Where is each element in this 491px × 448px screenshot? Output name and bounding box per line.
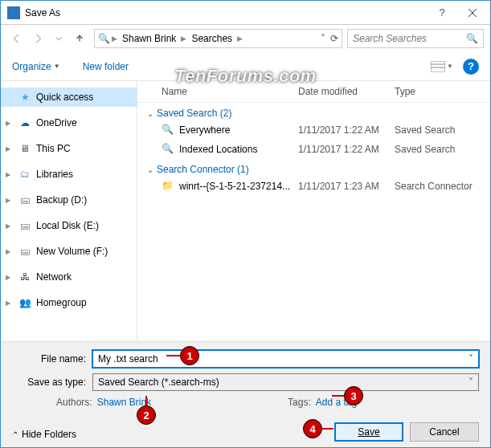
sidebar-item-quick-access[interactable]: ★ Quick access xyxy=(1,88,137,107)
sidebar-item-homegroup[interactable]: ▶👥Homegroup xyxy=(1,293,137,312)
chevron-right-icon[interactable]: ▶ xyxy=(6,274,10,281)
star-icon: ★ xyxy=(18,91,31,104)
search-root-icon: 🔍 xyxy=(98,33,110,44)
filename-label: File name: xyxy=(12,353,92,365)
drive-icon: 🖴 xyxy=(18,219,31,232)
sidebar-item-network[interactable]: ▶🖧Network xyxy=(1,267,137,287)
chevron-right-icon[interactable]: ▶ xyxy=(6,299,10,307)
dropdown-icon[interactable]: ˅ xyxy=(468,353,473,365)
titlebar: Save As ? xyxy=(1,1,490,25)
col-name[interactable]: Name xyxy=(162,86,298,97)
main-area: ★ Quick access ▶☁OneDrive ▶🖥This PC ▶🗂Li… xyxy=(1,81,490,341)
hide-folders-button[interactable]: ⌃ Hide Folders xyxy=(12,429,76,440)
recent-locations-button[interactable] xyxy=(49,29,68,48)
cancel-button[interactable]: Cancel xyxy=(410,422,479,442)
chevron-right-icon[interactable]: ▶ xyxy=(235,35,244,43)
callout-line xyxy=(166,355,180,356)
filename-input[interactable] xyxy=(98,353,468,365)
authors-label: Authors: xyxy=(56,397,92,408)
address-dropdown-icon[interactable]: ˅ xyxy=(321,33,325,44)
callout-2: 2 xyxy=(137,405,156,425)
group-header[interactable]: ⌄Search Connector (1) xyxy=(137,159,490,177)
sidebar-label: OneDrive xyxy=(36,117,77,128)
saveastype-value: Saved Search (*.search-ms) xyxy=(98,377,468,388)
sidebar-item-local-e[interactable]: ▶🖴Local Disk (E:) xyxy=(1,216,137,235)
help-icon[interactable]: ? xyxy=(463,59,479,75)
chevron-right-icon[interactable]: ▶ xyxy=(179,35,188,43)
filename-field[interactable]: ˅ xyxy=(92,350,479,368)
sidebar-item-libraries[interactable]: ▶🗂Libraries xyxy=(1,165,137,184)
callout-line xyxy=(321,428,333,430)
window-title: Save As xyxy=(25,7,430,18)
drive-icon: 🖴 xyxy=(18,193,31,206)
chevron-right-icon[interactable]: ▶ xyxy=(6,145,10,153)
sidebar-label: Homegroup xyxy=(36,297,87,308)
list-item[interactable]: 🔍Indexed Locations 1/11/2017 1:22 AM Sav… xyxy=(137,140,490,159)
toolbar: Organize▼ New folder ▼ ? xyxy=(1,52,490,81)
sidebar-item-backup-d[interactable]: ▶🖴Backup (D:) xyxy=(1,190,137,210)
sidebar-item-this-pc[interactable]: ▶🖥This PC xyxy=(1,139,137,158)
search-box[interactable]: 🔍 xyxy=(347,29,484,48)
organize-button[interactable]: Organize▼ xyxy=(12,61,60,72)
saved-search-icon: 🔍 xyxy=(162,143,174,156)
folder-search-icon: 📁 xyxy=(162,180,174,193)
drive-icon: 🖴 xyxy=(18,245,31,258)
sidebar-label: This PC xyxy=(36,143,71,154)
help-button[interactable]: ? xyxy=(430,6,454,18)
refresh-icon[interactable]: ⟳ xyxy=(330,33,338,44)
group-header[interactable]: ⌄Saved Search (2) xyxy=(137,103,490,120)
col-date[interactable]: Date modified xyxy=(298,86,395,97)
new-folder-button[interactable]: New folder xyxy=(83,61,129,72)
breadcrumb-seg-1[interactable]: Searches xyxy=(188,33,235,44)
chevron-right-icon[interactable]: ▶ xyxy=(110,35,119,43)
chevron-up-icon: ⌃ xyxy=(12,430,18,439)
forward-button[interactable] xyxy=(28,29,47,48)
saved-search-icon: 🔍 xyxy=(162,124,174,136)
sidebar-item-new-vol-f[interactable]: ▶🖴New Volume (F:) xyxy=(1,242,137,261)
sidebar: ★ Quick access ▶☁OneDrive ▶🖥This PC ▶🗂Li… xyxy=(1,81,137,341)
sidebar-label: Libraries xyxy=(36,169,73,180)
chevron-down-icon[interactable]: ⌄ xyxy=(147,109,153,118)
callout-3: 3 xyxy=(344,386,363,405)
chevron-right-icon[interactable]: ▶ xyxy=(6,222,10,230)
back-button[interactable] xyxy=(7,29,27,48)
sidebar-item-onedrive[interactable]: ▶☁OneDrive xyxy=(1,113,137,132)
chevron-right-icon[interactable]: ▶ xyxy=(6,248,10,255)
column-headers[interactable]: Name Date modified Type xyxy=(137,81,490,103)
save-button[interactable]: Save xyxy=(334,422,403,442)
address-bar[interactable]: 🔍 ▶ Shawn Brink ▶ Searches ▶ ˅ ⟳ xyxy=(94,29,342,48)
bottom-panel: File name: ˅ Save as type: Saved Search … xyxy=(1,341,490,448)
chevron-right-icon[interactable]: ▶ xyxy=(6,171,10,178)
sidebar-label: Quick access xyxy=(36,92,93,103)
list-item[interactable]: 📁winrt--{S-1-5-21-237214... 1/11/2017 1:… xyxy=(137,177,490,196)
view-button[interactable]: ▼ xyxy=(431,61,453,72)
app-icon xyxy=(7,6,20,19)
saveastype-label: Save as type: xyxy=(12,377,92,388)
callout-1: 1 xyxy=(180,346,199,365)
homegroup-icon: 👥 xyxy=(18,296,31,309)
col-type[interactable]: Type xyxy=(395,86,484,97)
pc-icon: 🖥 xyxy=(18,142,31,155)
callout-4: 4 xyxy=(303,419,322,438)
search-input[interactable] xyxy=(353,33,463,44)
cloud-icon: ☁ xyxy=(18,116,31,129)
chevron-down-icon[interactable]: ⌄ xyxy=(147,165,153,174)
sidebar-label: Network xyxy=(36,271,72,283)
saveastype-field[interactable]: Saved Search (*.search-ms) ˅ xyxy=(92,373,479,391)
list-item[interactable]: 🔍Everywhere 1/11/2017 1:22 AM Saved Sear… xyxy=(137,120,490,140)
sidebar-label: Backup (D:) xyxy=(36,194,87,206)
breadcrumb-seg-0[interactable]: Shawn Brink xyxy=(119,33,179,44)
network-icon: 🖧 xyxy=(18,271,31,283)
sidebar-label: New Volume (F:) xyxy=(36,246,108,257)
search-icon[interactable]: 🔍 xyxy=(466,33,478,44)
sidebar-label: Local Disk (E:) xyxy=(36,220,99,231)
up-button[interactable] xyxy=(70,29,89,48)
callout-line xyxy=(332,395,344,397)
chevron-right-icon[interactable]: ▶ xyxy=(6,197,10,204)
dropdown-icon[interactable]: ˅ xyxy=(468,377,473,388)
chevron-right-icon[interactable]: ▶ xyxy=(6,120,10,127)
libraries-icon: 🗂 xyxy=(18,168,31,181)
nav-row: 🔍 ▶ Shawn Brink ▶ Searches ▶ ˅ ⟳ 🔍 xyxy=(1,25,490,52)
file-pane: Name Date modified Type ⌄Saved Search (2… xyxy=(137,81,490,341)
close-button[interactable] xyxy=(454,1,490,24)
